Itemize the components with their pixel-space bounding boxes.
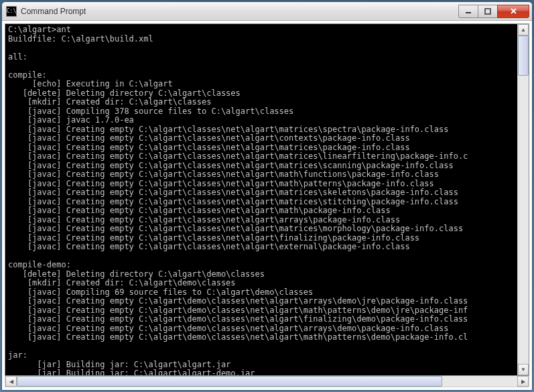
console-output[interactable]: C:\algart>ant Buildfile: C:\algart\build… xyxy=(5,24,517,375)
window-controls xyxy=(459,5,529,18)
hscroll-thumb[interactable] xyxy=(17,376,442,387)
svg-rect-0 xyxy=(466,12,471,13)
titlebar[interactable]: C:\ Command Prompt xyxy=(2,2,532,21)
minimize-button[interactable] xyxy=(458,5,478,18)
scroll-up-arrow[interactable]: ▲ xyxy=(518,24,529,36)
minimize-icon xyxy=(465,8,472,15)
maximize-icon xyxy=(484,8,491,15)
vscroll-track[interactable] xyxy=(518,36,529,364)
window-title: Command Prompt xyxy=(21,7,459,16)
console-area: C:\algart>ant Buildfile: C:\algart\build… xyxy=(5,23,529,376)
close-icon xyxy=(510,7,517,15)
hscroll-track[interactable] xyxy=(17,376,517,387)
vscroll-thumb[interactable] xyxy=(518,36,529,76)
scroll-right-arrow[interactable]: ▶ xyxy=(517,376,529,387)
close-button[interactable] xyxy=(497,5,529,18)
app-icon: C:\ xyxy=(6,6,17,17)
scroll-down-arrow[interactable]: ▼ xyxy=(518,364,529,375)
maximize-button[interactable] xyxy=(478,5,498,18)
command-prompt-window: C:\ Command Prompt C:\algart>ant Buildfi… xyxy=(1,1,533,391)
svg-rect-1 xyxy=(485,9,490,14)
horizontal-scrollbar[interactable]: ◀ ▶ xyxy=(5,376,529,387)
vertical-scrollbar[interactable]: ▲ ▼ xyxy=(517,24,529,375)
scroll-left-arrow[interactable]: ◀ xyxy=(5,376,17,387)
